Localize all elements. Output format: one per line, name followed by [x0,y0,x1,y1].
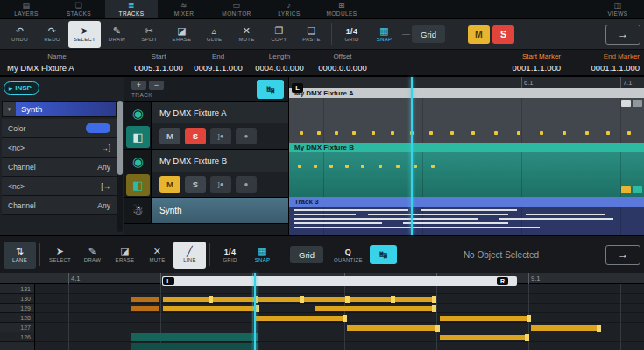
tab-layers[interactable]: ▤LAYERS [0,0,53,18]
fixture-icon[interactable]: ◧ [126,126,150,148]
mute-button[interactable]: M [159,128,180,144]
remove-track-button[interactable]: − [149,80,164,90]
draw-tool-button[interactable]: ✎DRAW [101,21,133,48]
record-enable-button[interactable]: ● [236,176,257,192]
tab-lyrics[interactable]: ♪LYRICS [263,0,315,18]
editor-next-button[interactable]: → [605,245,640,265]
lane-3-body[interactable] [289,206,644,234]
track-name[interactable]: My DMX Fixture B [152,150,288,172]
lane-controls[interactable] [621,100,642,107]
editor-mute-button[interactable]: ✕MUTE [141,242,173,269]
tab-stacks[interactable]: ❏STACKS [53,0,105,18]
tab-modules[interactable]: ⊞MODULES [315,0,368,18]
track-row-fixture-b[interactable]: ◉ ◧ My DMX Fixture B M S ]● ● [124,150,288,198]
offset-value[interactable]: 0000.0.0.000 [312,63,373,73]
mute-tool-button[interactable]: ✕MUTE [230,21,263,48]
undo-button[interactable]: ↶UNDO [4,21,36,48]
select-tool-button[interactable]: ➤SELECT [68,21,101,48]
add-track-button[interactable]: + [131,80,146,90]
lane-a-body[interactable] [289,98,644,143]
editor-draw-button[interactable]: ✎DRAW [76,242,109,269]
editor-grid-mode-select[interactable]: Grid [290,246,323,263]
property-row-output[interactable]: <nc>[→ [2,177,117,196]
loop-region[interactable]: L R [162,276,517,286]
lane-mute-button[interactable] [621,100,631,107]
clip-header[interactable]: My DMX Fixture A [289,88,644,98]
color-swatch[interactable] [86,123,110,133]
grid-value-button[interactable]: 1/4GRID [336,21,368,48]
track-row-fixture-a[interactable]: ◉ ◧ My DMX Fixture A M S ]● ● [124,102,288,150]
track-name[interactable]: Synth [152,198,288,223]
property-row-channel-in[interactable]: ChannelAny [2,158,117,177]
property-row-color[interactable]: Color [2,119,117,138]
master-mute-button[interactable]: M [468,25,490,44]
erase-tool-button[interactable]: ◪ERASE [166,21,198,48]
clip-header[interactable]: Track 3 [289,197,644,206]
record-enable-button[interactable]: ● [236,128,257,144]
inspector-scrollbar[interactable] [117,101,123,232]
grid-mode-select[interactable]: Grid [412,25,445,43]
route-button[interactable]: ]● [210,128,231,144]
editor-playhead[interactable] [254,273,256,350]
property-row-input[interactable]: <nc>→] [2,138,117,158]
master-solo-button[interactable]: S [492,25,514,44]
lane-mute-button[interactable] [621,186,631,193]
paste-button[interactable]: ❏PASTE [295,21,328,48]
clip-header[interactable]: My DMX Fixture B [289,143,644,152]
solo-button[interactable]: S [185,128,206,144]
editor-erase-button[interactable]: ◪ERASE [109,242,141,269]
editor-select-button[interactable]: ➤SELECT [44,242,76,269]
track-selector[interactable]: ▼ Synth [2,101,117,117]
track-name[interactable]: My DMX Fixture A [152,102,288,123]
property-row-channel-out[interactable]: ChannelAny [2,196,117,215]
start-marker-value[interactable]: 0001.1.1.000 [473,63,561,73]
next-button[interactable]: → [605,24,640,45]
lane-controls[interactable] [621,186,642,193]
editor-tool-button[interactable]: ↹ [370,245,397,264]
editor-grid-value-button[interactable]: 1/4GRID [214,242,246,269]
fixture-icon[interactable]: ◧ [126,174,150,196]
lane-button[interactable]: ⇅LANE [4,242,36,269]
track-tool-button[interactable]: ↹ [257,80,284,99]
snap-button[interactable]: ▦SNAP [368,21,400,48]
start-value[interactable]: 0005.1.1.000 [131,63,186,73]
mute-button[interactable]: M [159,176,180,192]
left-locator-marker[interactable]: L [292,83,303,93]
button-label: GRID [223,257,237,262]
lane-solo-button[interactable] [633,100,642,107]
tab-tracks[interactable]: ≣TRACKS [105,0,158,18]
track-type-icon[interactable]: ◉ [126,150,150,172]
track-type-icon[interactable]: ◉ [126,102,150,124]
lane-b-body[interactable] [289,152,644,197]
tab-mixer[interactable]: ≋MIXER [158,0,210,18]
end-value[interactable]: 0009.1.1.000 [191,63,245,73]
name-value[interactable]: My DMX Fixture A [7,63,121,73]
copy-button[interactable]: ❐COPY [263,21,295,48]
track-row-synth[interactable]: ☃ Synth [124,198,288,224]
playhead[interactable] [411,77,413,234]
scrollbar-thumb[interactable] [117,101,123,175]
end-marker-value[interactable]: 0001.1.1.000 [568,63,640,73]
timeline-area[interactable]: 6.17.1 L My DMX Fixture A My DMX Fixture… [289,77,644,234]
timeline-lane-track-3[interactable]: Track 3 [289,197,644,234]
loop-end-marker[interactable]: R [497,277,508,285]
length-value[interactable]: 0004.0.0.000 [251,63,308,73]
glue-tool-button[interactable]: ▵GLUE [198,21,230,48]
inspector-toggle[interactable]: ▶INSP [4,81,39,94]
note-area[interactable] [35,284,644,350]
tab-views[interactable]: ◫VIEWS [591,0,644,18]
timeline-ruler[interactable]: 6.17.1 [289,77,644,88]
split-tool-button[interactable]: ✂SPLIT [133,21,166,48]
editor-line-button[interactable]: ╱LINE [173,242,206,269]
solo-button[interactable]: S [185,176,206,192]
tab-monitor[interactable]: ▭MONITOR [210,0,263,18]
redo-button[interactable]: ↷REDO [36,21,68,48]
quantize-button[interactable]: QQUANTIZE [332,242,364,269]
route-button[interactable]: ]● [210,176,231,192]
timeline-lane-fixture-b[interactable]: My DMX Fixture B [289,143,644,197]
loop-start-marker[interactable]: L [163,277,174,285]
lane-solo-button[interactable] [633,186,642,193]
timeline-lane-fixture-a[interactable]: My DMX Fixture A [289,88,644,143]
event-dot [517,131,520,135]
editor-snap-button[interactable]: ▦SNAP [246,242,279,269]
